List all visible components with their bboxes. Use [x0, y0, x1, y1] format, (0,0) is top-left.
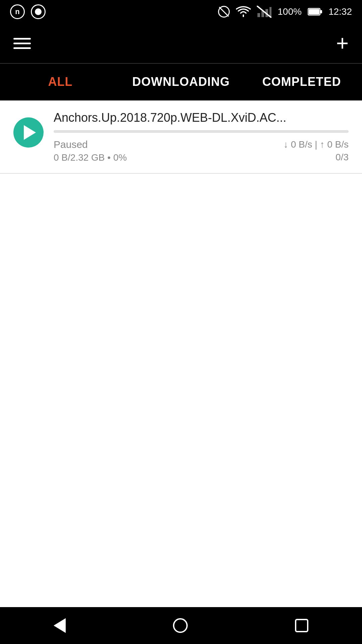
download-speed-right: ↓ 0 B/s | ↑ 0 B/s 0/3 [284, 139, 349, 163]
progress-bar-container [54, 130, 349, 133]
download-info: Anchors.Up.2018.720p.WEB-DL.XviD.AC... P… [54, 111, 349, 163]
download-speed: ↓ 0 B/s | ↑ 0 B/s [284, 139, 349, 150]
play-icon [24, 125, 36, 140]
download-meta: Paused 0 B/2.32 GB • 0% ↓ 0 B/s | ↑ 0 B/… [54, 139, 349, 163]
back-icon [54, 618, 66, 633]
download-item[interactable]: Anchors.Up.2018.720p.WEB-DL.XviD.AC... P… [0, 101, 362, 174]
nav-back-button[interactable] [47, 611, 72, 640]
download-peers: 0/3 [336, 152, 349, 163]
content-area: Anchors.Up.2018.720p.WEB-DL.XviD.AC... P… [0, 101, 362, 174]
battery-percentage: 100% [278, 6, 302, 17]
tab-downloading-label: DOWNLOADING [132, 75, 230, 89]
record-icon [31, 4, 46, 19]
notification-icon: n [10, 4, 25, 19]
no-signal-icon [257, 6, 272, 18]
status-bar-left: n [10, 4, 46, 19]
tab-all-label: ALL [48, 75, 73, 89]
tab-downloading[interactable]: DOWNLOADING [121, 64, 241, 100]
status-bar-right: 100% 12:32 [218, 6, 352, 18]
clock: 12:32 [328, 6, 352, 17]
menu-button[interactable] [13, 38, 31, 49]
nav-home-button[interactable] [166, 611, 194, 640]
status-bar: n 100% [0, 0, 362, 23]
wifi-icon [236, 6, 251, 18]
no-disturb-icon [218, 6, 230, 18]
bottom-nav [0, 607, 362, 644]
tab-bar: ALL DOWNLOADING COMPLETED [0, 64, 362, 101]
play-button[interactable] [13, 117, 44, 148]
battery-icon [308, 7, 322, 16]
add-button[interactable]: + [336, 33, 349, 54]
download-size: 0 B/2.32 GB • 0% [54, 152, 127, 163]
tab-all[interactable]: ALL [0, 64, 121, 100]
svg-line-1 [219, 7, 229, 16]
download-filename: Anchors.Up.2018.720p.WEB-DL.XviD.AC... [54, 111, 349, 125]
tab-completed-label: COMPLETED [262, 75, 341, 89]
home-icon [173, 618, 188, 633]
download-status-left: Paused 0 B/2.32 GB • 0% [54, 139, 127, 163]
download-status: Paused [54, 139, 127, 150]
app-bar: + [0, 23, 362, 64]
recents-icon [295, 619, 308, 632]
nav-recents-button[interactable] [288, 612, 315, 639]
svg-rect-9 [309, 9, 319, 14]
svg-rect-2 [257, 13, 260, 17]
tab-completed[interactable]: COMPLETED [241, 64, 362, 100]
svg-rect-8 [320, 10, 322, 13]
